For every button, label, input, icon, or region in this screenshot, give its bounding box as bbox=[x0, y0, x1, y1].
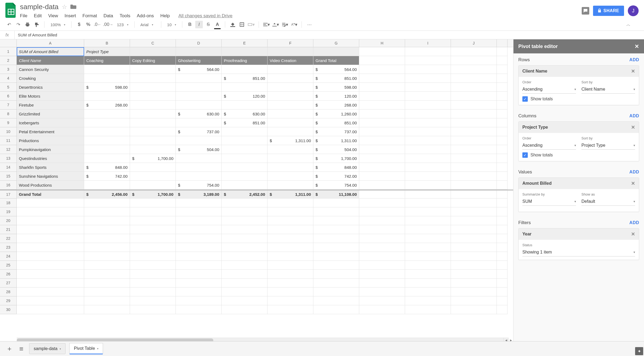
col-header[interactable]: I bbox=[405, 39, 451, 47]
cell[interactable] bbox=[405, 92, 451, 101]
cell[interactable] bbox=[222, 172, 268, 181]
decrease-decimal-icon[interactable]: .0← bbox=[94, 21, 101, 28]
cell[interactable] bbox=[222, 270, 268, 279]
order-dropdown[interactable]: Ascending bbox=[522, 141, 576, 150]
cell[interactable] bbox=[497, 92, 508, 101]
row-header[interactable]: 4 bbox=[0, 74, 17, 83]
cell[interactable] bbox=[222, 101, 268, 109]
borders-icon[interactable] bbox=[238, 21, 246, 28]
row-header[interactable]: 25 bbox=[0, 261, 17, 270]
cell[interactable] bbox=[84, 181, 130, 190]
cell[interactable]: SUM of Amount Billed bbox=[17, 47, 84, 56]
cell[interactable]: $598.00 bbox=[313, 83, 359, 92]
cell[interactable] bbox=[359, 65, 405, 74]
cell[interactable] bbox=[451, 190, 497, 198]
row-header[interactable]: 9 bbox=[0, 118, 17, 127]
cell[interactable] bbox=[222, 225, 268, 234]
row-header[interactable]: 3 bbox=[0, 65, 17, 74]
cell[interactable] bbox=[451, 270, 497, 279]
font-dropdown[interactable]: Arial bbox=[138, 22, 157, 27]
cell[interactable]: $742.00 bbox=[84, 172, 130, 181]
cell[interactable] bbox=[405, 136, 451, 145]
cell[interactable] bbox=[451, 216, 497, 225]
cell[interactable] bbox=[130, 47, 176, 56]
cell[interactable] bbox=[405, 47, 451, 56]
cell[interactable] bbox=[268, 109, 313, 118]
cell[interactable] bbox=[84, 198, 130, 207]
cell[interactable]: $742.00 bbox=[313, 172, 359, 181]
row-header[interactable]: 11 bbox=[0, 136, 17, 145]
cell[interactable] bbox=[359, 216, 405, 225]
cell[interactable] bbox=[451, 47, 497, 56]
cell[interactable]: $564.00 bbox=[176, 65, 222, 74]
row-header[interactable]: 14 bbox=[0, 163, 17, 172]
cell[interactable] bbox=[451, 154, 497, 163]
cell[interactable] bbox=[313, 234, 359, 243]
cell[interactable] bbox=[451, 127, 497, 136]
cell[interactable] bbox=[84, 296, 130, 305]
cell[interactable] bbox=[17, 305, 84, 314]
all-sheets-button[interactable]: ≡ bbox=[17, 345, 25, 353]
cell[interactable] bbox=[497, 145, 508, 154]
cell[interactable] bbox=[268, 287, 313, 296]
cell[interactable]: $1,311.00 bbox=[313, 136, 359, 145]
cell[interactable] bbox=[451, 145, 497, 154]
cell[interactable] bbox=[130, 163, 176, 172]
cell[interactable] bbox=[176, 270, 222, 279]
cell[interactable] bbox=[222, 83, 268, 92]
cell[interactable]: $851.00 bbox=[222, 74, 268, 83]
cell[interactable] bbox=[130, 198, 176, 207]
cell[interactable] bbox=[405, 127, 451, 136]
menu-add-ons[interactable]: Add-ons bbox=[137, 13, 154, 19]
cell[interactable] bbox=[497, 127, 508, 136]
sheet-tab-sample-data[interactable]: sample-data▾ bbox=[29, 343, 66, 354]
menu-file[interactable]: File bbox=[20, 13, 27, 19]
cell[interactable] bbox=[313, 270, 359, 279]
cell[interactable] bbox=[405, 270, 451, 279]
cell[interactable]: Elite Motors bbox=[17, 92, 84, 101]
cell[interactable] bbox=[451, 252, 497, 261]
show-totals-checkbox[interactable]: ✓ bbox=[522, 152, 528, 158]
col-header[interactable]: D bbox=[176, 39, 222, 47]
cell[interactable] bbox=[176, 47, 222, 56]
cell[interactable] bbox=[451, 225, 497, 234]
remove-icon[interactable]: ✕ bbox=[631, 180, 635, 186]
cell[interactable]: Copy Editing bbox=[130, 56, 176, 65]
cell[interactable]: $1,700.00 bbox=[130, 154, 176, 163]
text-color-icon[interactable]: A bbox=[214, 21, 221, 28]
cell[interactable] bbox=[268, 163, 313, 172]
cell[interactable] bbox=[497, 296, 508, 305]
row-header[interactable]: 30 bbox=[0, 305, 17, 314]
cell[interactable] bbox=[176, 296, 222, 305]
col-header[interactable]: A bbox=[17, 39, 84, 47]
menu-tools[interactable]: Tools bbox=[120, 13, 131, 19]
cell[interactable] bbox=[268, 145, 313, 154]
cell[interactable] bbox=[359, 287, 405, 296]
row-header[interactable]: 19 bbox=[0, 207, 17, 216]
cell[interactable] bbox=[84, 279, 130, 287]
formula-input[interactable]: SUM of Amount Billed bbox=[15, 33, 644, 37]
row-header[interactable]: 24 bbox=[0, 252, 17, 261]
cell[interactable]: Icebergarts bbox=[17, 118, 84, 127]
row-header[interactable]: 29 bbox=[0, 296, 17, 305]
cell[interactable] bbox=[84, 145, 130, 154]
sheets-logo[interactable] bbox=[5, 3, 17, 18]
row-header[interactable]: 16 bbox=[0, 181, 17, 190]
cell[interactable] bbox=[497, 261, 508, 270]
collapse-toolbar-icon[interactable]: ︿ bbox=[626, 22, 631, 28]
cell[interactable] bbox=[451, 101, 497, 109]
cell[interactable] bbox=[497, 74, 508, 83]
cell[interactable] bbox=[130, 287, 176, 296]
cell[interactable] bbox=[222, 296, 268, 305]
cell[interactable] bbox=[451, 243, 497, 252]
cell[interactable] bbox=[84, 136, 130, 145]
cell[interactable] bbox=[405, 65, 451, 74]
cell[interactable] bbox=[313, 296, 359, 305]
cell[interactable] bbox=[497, 207, 508, 216]
cell[interactable] bbox=[359, 56, 405, 65]
cell[interactable]: $3,189.00 bbox=[176, 190, 222, 198]
cell[interactable] bbox=[222, 136, 268, 145]
cell[interactable] bbox=[130, 270, 176, 279]
cell[interactable] bbox=[84, 305, 130, 314]
cell[interactable] bbox=[405, 181, 451, 190]
